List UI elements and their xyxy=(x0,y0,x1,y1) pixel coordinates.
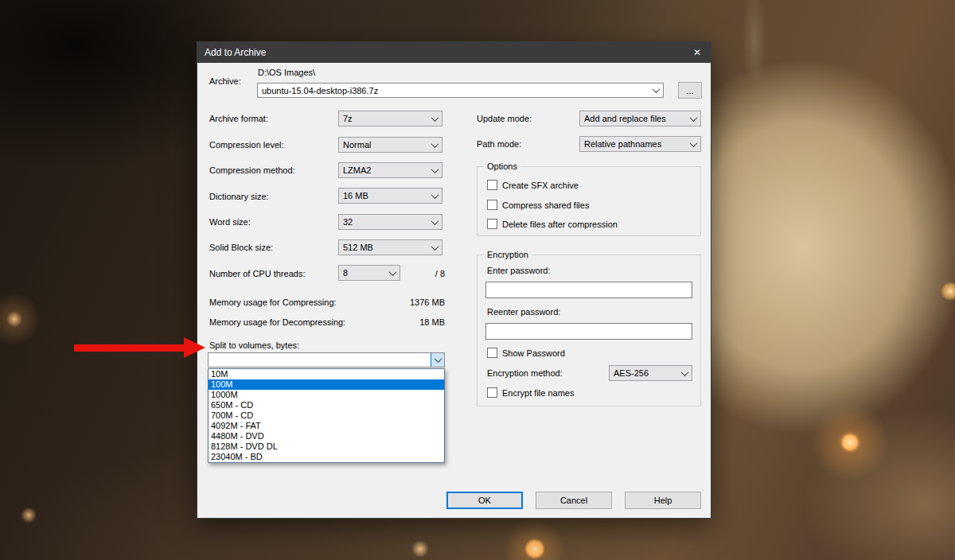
checkbox-label: Encrypt file names xyxy=(502,388,574,398)
dictionary-size-select[interactable]: 16 MB xyxy=(338,188,442,204)
dictionary-size-label: Dictionary size: xyxy=(209,192,269,201)
desktop: Add to Archive ✕ Archive: D:\OS Images\ … xyxy=(0,0,955,560)
enter-password-input[interactable] xyxy=(485,282,692,298)
chevron-down-icon xyxy=(428,163,442,177)
cpu-threads-label: Number of CPU threads: xyxy=(209,269,305,278)
chevron-glyph xyxy=(653,85,661,93)
dropdown-option-1000m[interactable]: 1000M xyxy=(209,390,444,400)
dialog-titlebar[interactable]: Add to Archive xyxy=(197,42,711,63)
encryption-group-title: Encryption xyxy=(484,250,532,259)
update-mode-select[interactable]: Add and replace files xyxy=(579,111,701,126)
archive-name-combobox[interactable]: ubuntu-15.04-desktop-i386.7z xyxy=(257,83,664,98)
combo-value: 16 MB xyxy=(343,191,368,200)
chevron-down-icon xyxy=(428,138,442,152)
chevron-down-icon xyxy=(678,366,692,380)
chevron-glyph xyxy=(681,368,689,376)
chevron-glyph xyxy=(690,114,698,122)
archive-label: Archive: xyxy=(209,76,241,86)
path-mode-label: Path mode: xyxy=(477,139,521,149)
compression-method-label: Compression method: xyxy=(209,165,295,175)
checkbox-label: Compress shared files xyxy=(502,200,589,210)
red-arrow-annotation xyxy=(74,337,205,358)
delete-after-checkbox-row[interactable]: Delete files after compression xyxy=(487,219,618,229)
combo-value: AES-256 xyxy=(614,368,649,378)
encryption-method-select[interactable]: AES-256 xyxy=(609,365,692,381)
combo-value: Relative pathnames xyxy=(584,139,661,149)
help-button[interactable]: Help xyxy=(625,492,701,509)
cpu-threads-max: / 8 xyxy=(424,269,445,278)
dropdown-option-4480m[interactable]: 4480M - DVD xyxy=(209,431,444,441)
checkbox-icon[interactable] xyxy=(487,348,497,358)
combo-value: 512 MB xyxy=(343,243,373,252)
cpu-threads-select[interactable]: 8 xyxy=(338,265,400,281)
compression-method-select[interactable]: LZMA2 xyxy=(338,162,442,178)
compress-shared-checkbox-row[interactable]: Compress shared files xyxy=(487,200,589,210)
compression-level-label: Compression level: xyxy=(209,140,284,150)
memory-compressing-label: Memory usage for Compressing: xyxy=(209,298,337,307)
dropdown-option-650m[interactable]: 650M - CD xyxy=(209,400,444,410)
dialog-title: Add to Archive xyxy=(205,47,266,58)
solid-block-size-select[interactable]: 512 MB xyxy=(338,239,442,255)
update-mode-label: Update mode: xyxy=(477,114,532,123)
chevron-down-icon xyxy=(687,137,700,151)
compression-level-select[interactable]: Normal xyxy=(338,137,442,153)
encrypt-file-names-checkbox-row[interactable]: Encrypt file names xyxy=(487,387,574,398)
chevron-glyph xyxy=(431,217,439,225)
checkbox-icon[interactable] xyxy=(487,387,497,398)
dropdown-option-100m[interactable]: 100M xyxy=(209,379,444,390)
close-icon[interactable]: ✕ xyxy=(684,42,711,63)
chevron-down-icon xyxy=(428,240,442,255)
memory-decompressing-label: Memory usage for Decompressing: xyxy=(209,317,345,327)
chevron-down-icon[interactable] xyxy=(431,353,444,367)
combo-value: Normal xyxy=(343,140,371,150)
create-sfx-checkbox-row[interactable]: Create SFX archive xyxy=(487,180,579,190)
combo-value: 8 xyxy=(343,268,348,278)
memory-decompressing-value: 18 MB xyxy=(353,317,445,327)
dropdown-option-10m[interactable]: 10M xyxy=(209,369,444,379)
word-size-select[interactable]: 32 xyxy=(338,214,442,230)
archive-format-select[interactable]: 7z xyxy=(338,111,442,126)
archive-name-value: ubuntu-15.04-desktop-i386.7z xyxy=(262,86,378,95)
archive-format-label: Archive format: xyxy=(209,114,268,123)
reenter-password-label: Reenter password: xyxy=(487,307,560,317)
solid-block-size-label: Solid Block size: xyxy=(209,243,273,252)
dropdown-option-4092m[interactable]: 4092M - FAT xyxy=(209,421,444,431)
encryption-method-label: Encryption method: xyxy=(487,368,563,378)
memory-compressing-value: 1376 MB xyxy=(353,298,445,307)
checkbox-icon[interactable] xyxy=(487,180,497,190)
red-arrow-shaft xyxy=(74,344,184,352)
split-volumes-combobox[interactable] xyxy=(208,352,445,368)
chevron-glyph xyxy=(431,140,439,148)
chevron-down-icon xyxy=(687,111,700,126)
dropdown-option-8128m[interactable]: 8128M - DVD DL xyxy=(209,441,444,452)
chevron-down-icon xyxy=(386,266,400,280)
combo-value: Add and replace files xyxy=(584,114,666,123)
chevron-glyph xyxy=(431,191,439,199)
combo-value: 32 xyxy=(343,217,353,227)
split-volumes-label: Split to volumes, bytes: xyxy=(209,340,299,350)
checkbox-label: Create SFX archive xyxy=(502,181,579,190)
red-arrow-head xyxy=(184,337,205,358)
dropdown-option-23040m[interactable]: 23040M - BD xyxy=(209,452,444,462)
archive-directory: D:\OS Images\ xyxy=(258,68,315,77)
ok-button[interactable]: OK xyxy=(446,492,523,509)
chevron-down-icon[interactable] xyxy=(649,84,663,97)
add-to-archive-dialog: Add to Archive ✕ Archive: D:\OS Images\ … xyxy=(197,41,711,519)
show-password-checkbox-row[interactable]: Show Password xyxy=(487,348,565,358)
encryption-groupbox: Encryption Enter password: Reenter passw… xyxy=(477,255,701,406)
combo-value: LZMA2 xyxy=(343,165,371,175)
split-volumes-dropdown-list: 10M 100M 1000M 650M - CD 700M - CD 4092M… xyxy=(208,368,445,463)
reenter-password-input[interactable] xyxy=(485,323,692,340)
word-size-label: Word size: xyxy=(209,217,251,227)
checkbox-icon[interactable] xyxy=(487,200,497,210)
combo-value: 7z xyxy=(343,114,353,123)
cancel-button[interactable]: Cancel xyxy=(536,492,612,509)
path-mode-select[interactable]: Relative pathnames xyxy=(579,136,701,152)
chevron-glyph xyxy=(431,114,439,122)
checkbox-label: Delete files after compression xyxy=(502,220,618,229)
checkbox-icon[interactable] xyxy=(487,219,497,229)
chevron-glyph xyxy=(431,165,439,173)
chevron-glyph xyxy=(431,243,439,251)
browse-button[interactable]: ... xyxy=(678,82,702,99)
dropdown-option-700m[interactable]: 700M - CD xyxy=(209,410,444,421)
